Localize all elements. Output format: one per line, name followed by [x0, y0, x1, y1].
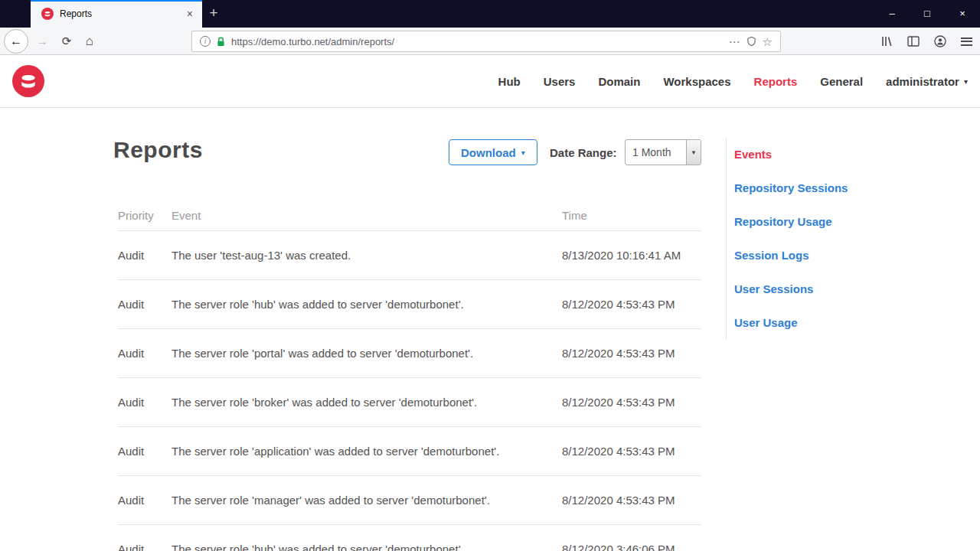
table-row: Audit The user 'test-aug-13' was created…	[118, 231, 701, 280]
forward-button[interactable]: →	[32, 28, 52, 55]
maximize-button[interactable]: □	[910, 0, 945, 28]
info-icon[interactable]: i	[200, 36, 211, 47]
library-icon[interactable]	[881, 36, 893, 47]
column-header-time: Time	[562, 209, 701, 222]
date-range-select[interactable]: 1 Month ▾	[625, 139, 701, 165]
date-range-label: Date Range:	[550, 146, 617, 159]
page-content: Reports Download ▾ Date Range: 1 Month ▾…	[0, 108, 980, 551]
report-link-user-usage[interactable]: User Usage	[734, 306, 968, 340]
bookmark-star-icon[interactable]: ☆	[763, 36, 773, 47]
cell-event: The server role 'manager' was added to s…	[172, 494, 562, 507]
report-link-events[interactable]: Events	[734, 138, 968, 171]
events-table-body: Audit The user 'test-aug-13' was created…	[118, 231, 701, 551]
report-link-repository-sessions[interactable]: Repository Sessions	[734, 171, 968, 205]
cell-time: 8/13/2020 10:16:41 AM	[562, 249, 701, 262]
cell-event: The server role 'application' was added …	[172, 445, 562, 458]
cell-time: 8/12/2020 4:53:43 PM	[562, 494, 701, 507]
events-table-header: Priority Event Time	[118, 201, 701, 231]
reload-button[interactable]: ⟳	[57, 28, 77, 55]
cell-event: The server role 'portal' was added to se…	[172, 347, 562, 360]
table-row: Audit The server role 'application' was …	[118, 427, 701, 476]
download-button[interactable]: Download ▾	[449, 139, 537, 165]
events-table: Priority Event Time Audit The user 'test…	[113, 201, 701, 551]
browser-toolbar: ← → ⟳ ⌂ i https://demo.turbo.net/admin/r…	[0, 28, 980, 55]
column-header-priority: Priority	[118, 209, 172, 222]
top-nav-items: HubUsersDomainWorkspacesReportsGeneral	[498, 75, 864, 88]
cell-time: 8/12/2020 4:53:43 PM	[562, 396, 701, 409]
window-controls: – □ ×	[874, 0, 980, 28]
user-menu[interactable]: administrator ▾	[886, 75, 968, 88]
browser-tab-reports[interactable]: Reports ×	[31, 0, 202, 28]
home-button[interactable]: ⌂	[80, 28, 100, 55]
download-button-label: Download	[461, 146, 516, 159]
cell-priority: Audit	[118, 543, 172, 551]
page-actions-icon[interactable]: ⋯	[729, 36, 740, 47]
cell-event: The server role 'hub' was added to serve…	[172, 298, 562, 311]
cell-time: 8/12/2020 4:53:43 PM	[562, 445, 701, 458]
minimize-button[interactable]: –	[874, 0, 910, 28]
user-menu-label: administrator	[886, 75, 959, 88]
close-button[interactable]: ×	[945, 0, 980, 28]
report-link-user-sessions[interactable]: User Sessions	[734, 272, 968, 306]
nav-item-domain[interactable]: Domain	[598, 75, 640, 88]
cell-time: 8/12/2020 4:53:43 PM	[562, 347, 701, 360]
nav-item-general[interactable]: General	[820, 75, 863, 88]
nav-item-hub[interactable]: Hub	[498, 75, 521, 88]
report-nav: EventsRepository SessionsRepository Usag…	[726, 138, 968, 340]
cell-event: The server role 'hub' was added to serve…	[172, 543, 562, 551]
cell-time: 8/12/2020 4:53:43 PM	[562, 298, 701, 311]
cell-priority: Audit	[118, 249, 172, 262]
cell-time: 8/12/2020 3:46:06 PM	[562, 543, 701, 551]
cell-event: The user 'test-aug-13' was created.	[172, 249, 562, 262]
table-row: Audit The server role 'hub' was added to…	[118, 525, 701, 551]
nav-item-reports[interactable]: Reports	[754, 75, 798, 88]
toolbar-right-icons	[881, 28, 972, 55]
site-header: HubUsersDomainWorkspacesReportsGeneral a…	[0, 55, 980, 108]
lock-icon	[217, 37, 225, 47]
caret-down-icon: ▾	[964, 77, 968, 86]
date-range-value: 1 Month	[626, 140, 686, 165]
top-nav: HubUsersDomainWorkspacesReportsGeneral a…	[498, 55, 968, 107]
browser-titlebar: Reports × + – □ ×	[0, 0, 980, 28]
caret-down-icon: ▾	[521, 148, 525, 157]
table-row: Audit The server role 'broker' was added…	[118, 378, 701, 427]
nav-item-workspaces[interactable]: Workspaces	[663, 75, 730, 88]
tab-title: Reports	[60, 8, 178, 19]
back-button[interactable]: ←	[4, 29, 28, 54]
cell-priority: Audit	[118, 494, 172, 507]
table-row: Audit The server role 'manager' was adde…	[118, 476, 701, 525]
new-tab-button[interactable]: +	[202, 0, 225, 28]
tab-close-icon[interactable]: ×	[184, 8, 196, 20]
cell-priority: Audit	[118, 396, 172, 409]
select-caret-icon: ▾	[686, 140, 701, 165]
page-title: Reports	[113, 137, 203, 163]
report-link-repository-usage[interactable]: Repository Usage	[734, 205, 968, 239]
table-row: Audit The server role 'portal' was added…	[118, 329, 701, 378]
cell-priority: Audit	[118, 445, 172, 458]
url-text[interactable]: https://demo.turbo.net/admin/reports/	[231, 36, 723, 47]
tracking-protection-icon[interactable]	[746, 36, 756, 47]
column-header-event: Event	[172, 209, 562, 222]
cell-priority: Audit	[118, 347, 172, 360]
cell-priority: Audit	[118, 298, 172, 311]
report-link-session-logs[interactable]: Session Logs	[734, 239, 968, 272]
sidebar-toggle-icon[interactable]	[907, 36, 920, 47]
nav-item-users[interactable]: Users	[544, 75, 576, 88]
cell-event: The server role 'broker' was added to se…	[172, 396, 562, 409]
address-bar[interactable]: i https://demo.turbo.net/admin/reports/ …	[191, 31, 781, 52]
menu-icon[interactable]	[961, 37, 972, 46]
turbo-logo[interactable]	[12, 65, 44, 97]
account-icon[interactable]	[934, 35, 946, 47]
turbo-favicon-icon	[41, 8, 54, 20]
table-row: Audit The server role 'hub' was added to…	[118, 280, 701, 329]
